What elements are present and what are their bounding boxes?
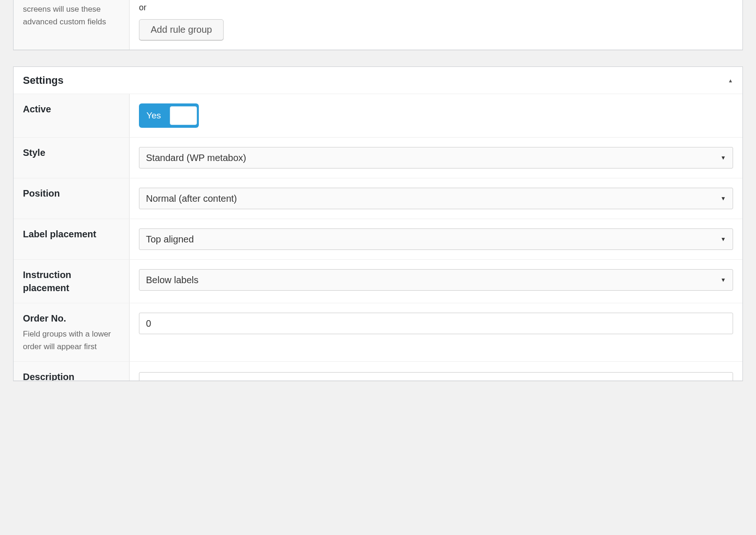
active-toggle[interactable]: Yes [139,103,199,128]
order-no-label: Order No. [23,312,120,325]
instruction-placement-select[interactable]: Below labels [139,269,733,291]
location-description: screens will use these advanced custom f… [23,3,120,28]
order-no-description: Field groups with a lower order will app… [23,328,120,353]
position-label: Position [23,187,120,200]
order-no-input[interactable] [139,313,733,334]
label-placement-select-value: Top aligned [146,234,194,245]
style-select[interactable]: Standard (WP metabox) [139,147,733,169]
label-placement-label: Label placement [23,227,120,241]
active-toggle-knob [170,106,197,125]
active-toggle-label: Yes [142,110,161,121]
settings-header[interactable]: Settings ▲ [14,67,742,94]
active-label: Active [23,103,120,116]
add-rule-group-button[interactable]: Add rule group [139,19,224,40]
or-divider-text: or [139,3,733,13]
instruction-placement-select-value: Below labels [146,275,198,286]
instruction-placement-label: Instruction placement [23,268,120,294]
collapse-up-icon[interactable]: ▲ [728,78,733,83]
settings-metabox: Settings ▲ Active Yes Style Standard (W [13,66,743,381]
description-input[interactable] [139,372,733,381]
settings-title: Settings [23,74,64,87]
style-select-value: Standard (WP metabox) [146,153,246,163]
style-label: Style [23,146,120,159]
label-placement-select[interactable]: Top aligned [139,228,733,250]
description-label: Description [23,370,120,381]
position-select-value: Normal (after content) [146,193,237,204]
position-select[interactable]: Normal (after content) [139,188,733,209]
